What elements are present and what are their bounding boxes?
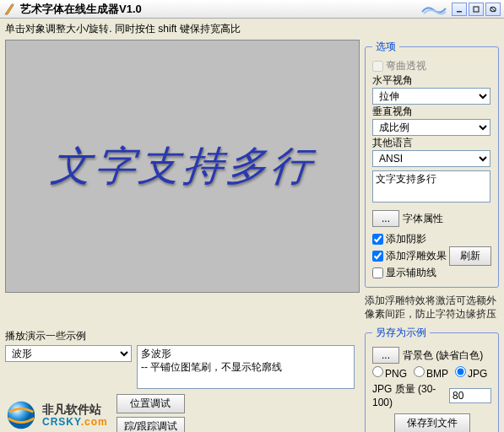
- svg-rect-0: [457, 11, 462, 13]
- quality-input[interactable]: [449, 388, 491, 403]
- close-button[interactable]: [485, 3, 501, 16]
- svg-point-4: [8, 402, 35, 429]
- hint-text: 单击对象调整大小/旋转. 同时按住 shift 键保持宽高比: [0, 19, 504, 40]
- track-test-button[interactable]: 踪/跟踪调试: [117, 417, 185, 432]
- demo-select[interactable]: 波形: [5, 345, 132, 362]
- options-group: 选项 弯曲透视 水平视角 拉伸 垂直视角 成比例 其他语言 ANSI 文字支持多…: [365, 40, 499, 288]
- bg-color-label: 背景色 (缺省白色): [403, 348, 483, 363]
- save-file-button[interactable]: 保存到文件: [394, 413, 470, 432]
- art-text-sample[interactable]: 文字支持多行: [48, 139, 317, 193]
- window-title: 艺术字体在线生成器V1.0: [20, 2, 421, 17]
- saveas-group: 另存为示例 ... 背景色 (缺省白色) PNG BMP JPG JPG 质量 …: [365, 326, 499, 432]
- add-emboss-checkbox[interactable]: [372, 251, 383, 262]
- curved-perspective-checkbox: [372, 61, 383, 72]
- h-angle-label: 水平视角: [372, 74, 413, 86]
- titlebar: 艺术字体在线生成器V1.0: [0, 0, 504, 19]
- add-shadow-label: 添加阴影: [386, 232, 426, 246]
- fmt-png-option[interactable]: PNG: [372, 366, 407, 380]
- saveas-legend: 另存为示例: [372, 326, 430, 340]
- titlebar-decor-icon: [421, 3, 447, 15]
- fmt-bmp-option[interactable]: BMP: [414, 366, 448, 380]
- minimize-button[interactable]: [452, 3, 467, 16]
- show-guides-checkbox[interactable]: [372, 267, 383, 278]
- app-icon: [3, 3, 17, 16]
- emboss-note: 添加浮雕特效将激活可选额外像素间距，防止字符边缘挤压: [365, 293, 499, 322]
- preview-canvas[interactable]: 文字支持多行: [5, 40, 360, 293]
- logo-en-main: CRSKY: [42, 416, 81, 428]
- maximize-button[interactable]: [469, 3, 484, 16]
- text-input[interactable]: 文字支持多行: [372, 170, 490, 202]
- svg-rect-1: [474, 7, 479, 12]
- refresh-button[interactable]: 刷新: [449, 246, 491, 266]
- lang-label: 其他语言: [372, 137, 413, 148]
- position-test-button[interactable]: 位置调试: [117, 394, 185, 413]
- curved-perspective-label: 弯曲透视: [386, 59, 426, 73]
- demo-description: 多波形 -- 平铺位图笔刷，不显示轮廓线: [137, 345, 355, 389]
- quality-label: JPG 质量 (30-100): [372, 382, 444, 408]
- demo-desc-body: -- 平铺位图笔刷，不显示轮廓线: [141, 361, 350, 375]
- demo-label: 播放演示一些示例: [5, 329, 360, 343]
- logo-en-suffix: .com: [81, 416, 108, 428]
- logo-cn: 非凡软件站: [42, 402, 108, 417]
- h-angle-select[interactable]: 拉伸: [372, 88, 490, 105]
- font-props-label: 字体属性: [403, 212, 443, 226]
- options-legend: 选项: [372, 40, 399, 54]
- font-props-button[interactable]: ...: [372, 210, 399, 227]
- site-logo: 非凡软件站 CRSKY.com: [5, 399, 108, 431]
- logo-icon: [5, 399, 37, 431]
- add-emboss-label: 添加浮雕效果: [386, 249, 447, 263]
- bg-color-button[interactable]: ...: [372, 347, 399, 364]
- lang-select[interactable]: ANSI: [372, 150, 490, 167]
- add-shadow-checkbox[interactable]: [372, 234, 383, 245]
- v-angle-select[interactable]: 成比例: [372, 119, 490, 136]
- demo-desc-title: 多波形: [141, 348, 350, 361]
- window-controls: [452, 3, 501, 16]
- v-angle-label: 垂直视角: [372, 105, 413, 117]
- fmt-jpg-option[interactable]: JPG: [455, 366, 487, 380]
- show-guides-label: 显示辅助线: [386, 266, 436, 280]
